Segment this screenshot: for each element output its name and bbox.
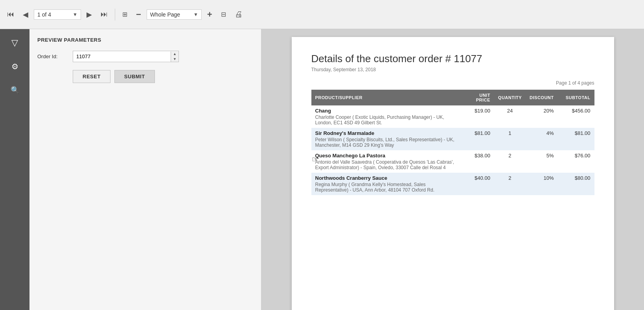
last-page-button[interactable]: ⏭ <box>98 9 111 20</box>
zoom-select[interactable]: Whole Page ▼ <box>147 9 202 20</box>
sidebar-filter-button[interactable]: ▽ <box>5 33 25 53</box>
zoom-label: Whole Page <box>150 11 180 18</box>
sidebar-settings-button[interactable]: ⚙ <box>5 57 25 76</box>
preview-panel: Details of the customer order # 11077 Th… <box>261 29 644 310</box>
cell-quantity: 2 <box>494 150 526 173</box>
sidebar: ▽ ⚙ 🔍 <box>0 29 29 310</box>
order-id-input-wrapper[interactable]: ▲ ▼ <box>73 51 179 62</box>
product-name: Northwoods Cranberry Sauce <box>315 175 457 181</box>
product-name: Chang <box>315 108 457 114</box>
col-unit-price: UNIT PRICE <box>461 90 494 105</box>
cell-quantity: 1 <box>494 128 526 150</box>
order-id-input[interactable] <box>73 51 171 62</box>
table-header-row: PRODUCT/SUPPLIER UNIT PRICE QUANTITY DIS… <box>311 90 594 105</box>
table-row: Northwoods Cranberry Sauce Regina Murphy… <box>311 173 594 195</box>
col-quantity: QUANTITY <box>494 90 526 105</box>
page-indicator: 1 of 4 <box>37 11 51 18</box>
cell-product: Sir Rodney's Marmalade Peter Wilson ( Sp… <box>311 128 461 150</box>
cell-unit-price: $40.00 <box>461 173 494 195</box>
page-dropdown-arrow: ▼ <box>73 12 77 17</box>
cell-quantity: 2 <box>494 173 526 195</box>
cell-unit-price: $81.00 <box>461 128 494 150</box>
cell-discount: 20% <box>526 105 558 128</box>
filter-icon: ▽ <box>11 38 18 48</box>
spin-up-button[interactable]: ▲ <box>171 52 178 57</box>
order-id-label: Order Id: <box>37 54 69 59</box>
next-page-button[interactable]: ▶ <box>83 9 95 20</box>
cell-subtotal: $81.00 <box>558 128 594 150</box>
gear-icon: ⚙ <box>11 62 18 71</box>
group-toggle-button[interactable]: ⊞ <box>119 9 131 20</box>
submit-button[interactable]: SUBMIT <box>114 70 155 83</box>
cell-subtotal: $76.00 <box>558 150 594 173</box>
product-name: Sir Rodney's Marmalade <box>315 130 457 136</box>
spin-down-button[interactable]: ▼ <box>171 57 178 62</box>
report-page: Details of the customer order # 11077 Th… <box>292 37 614 310</box>
col-product: PRODUCT/SUPPLIER <box>311 90 461 105</box>
cell-subtotal: $456.00 <box>558 105 594 128</box>
prev-page-button[interactable]: ◀ <box>20 9 31 20</box>
report-table: PRODUCT/SUPPLIER UNIT PRICE QUANTITY DIS… <box>311 90 594 195</box>
cell-quantity: 24 <box>494 105 526 128</box>
cell-subtotal: $80.00 <box>558 173 594 195</box>
first-page-button[interactable]: ⏮ <box>4 9 17 20</box>
cell-discount: 4% <box>526 128 558 150</box>
col-subtotal: SUBTOTAL <box>558 90 594 105</box>
table-row: Sir Rodney's Marmalade Peter Wilson ( Sp… <box>311 128 594 150</box>
zoom-in-button[interactable]: + <box>204 8 215 21</box>
sidebar-search-button[interactable]: 🔍 <box>5 80 25 100</box>
cell-discount: 5% <box>526 150 558 173</box>
cell-unit-price: $19.00 <box>461 105 494 128</box>
order-id-row: Order Id: ▲ ▼ <box>37 51 253 62</box>
zoom-dropdown-arrow: ▼ <box>193 12 198 17</box>
cell-discount: 10% <box>526 173 558 195</box>
product-supplier: Peter Wilson ( Specialty Biscuits, Ltd.,… <box>315 137 457 148</box>
reset-button[interactable]: RESET <box>73 70 110 83</box>
product-supplier: Charlotte Cooper ( Exotic Liquids, Purch… <box>315 114 457 125</box>
product-supplier: Antonio del Valle Saavedra ( Cooperativa… <box>315 159 457 170</box>
cell-product: Chang Charlotte Cooper ( Exotic Liquids,… <box>311 105 461 128</box>
toolbar: ⏮ ◀ 1 of 4 ▼ ▶ ⏭ ⊞ − Whole Page ▼ + ⊟ 🖨 <box>0 0 644 29</box>
spin-buttons: ▲ ▼ <box>171 52 178 62</box>
page-info: Page 1 of 4 pages <box>311 80 594 86</box>
page-select[interactable]: 1 of 4 ▼ <box>34 9 81 20</box>
table-row: Chang Charlotte Cooper ( Exotic Liquids,… <box>311 105 594 128</box>
col-discount: DISCOUNT <box>526 90 558 105</box>
cell-product: Northwoods Cranberry Sauce Regina Murphy… <box>311 173 461 195</box>
table-row: Queso Manchego La Pastora Antonio del Va… <box>311 150 594 173</box>
product-name: Queso Manchego La Pastora <box>315 153 457 159</box>
action-buttons: RESET SUBMIT ☞ <box>73 70 253 83</box>
cell-product: Queso Manchego La Pastora Antonio del Va… <box>311 150 461 173</box>
main-layout: ▽ ⚙ 🔍 PREVIEW PARAMETERS Order Id: ▲ ▼ R… <box>0 29 644 310</box>
zoom-out-button[interactable]: − <box>133 8 144 21</box>
cell-unit-price: $38.00 <box>461 150 494 173</box>
report-date: Thursday, September 13, 2018 <box>311 67 594 72</box>
separator-1 <box>115 9 115 20</box>
product-supplier: Regina Murphy ( Grandma Kelly's Homestea… <box>315 182 457 193</box>
search-icon: 🔍 <box>11 86 19 94</box>
panel-title: PREVIEW PARAMETERS <box>37 37 253 43</box>
print-button[interactable]: 🖨 <box>232 8 246 20</box>
left-panel: PREVIEW PARAMETERS Order Id: ▲ ▼ RESET S… <box>29 29 261 310</box>
report-title: Details of the customer order # 11077 <box>311 53 594 65</box>
fit-page-button[interactable]: ⊟ <box>218 9 229 20</box>
